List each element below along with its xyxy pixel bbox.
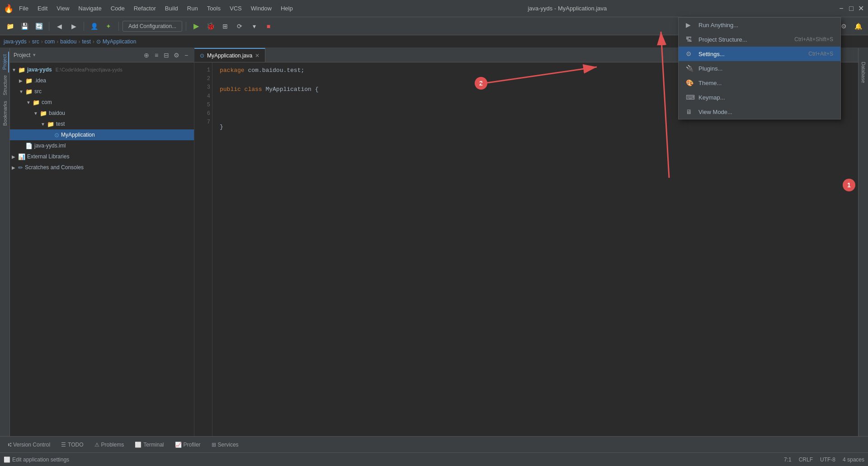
cursor-position[interactable]: 7:1 [784, 456, 792, 463]
tree-item-test[interactable]: ▼ 📁 test [10, 119, 194, 129]
filter-button[interactable]: ⊟ [162, 51, 170, 59]
run-button[interactable]: ▶ [190, 20, 203, 33]
problems-label: Problems [101, 442, 124, 448]
version-control-tab[interactable]: ⑆ Version Control [4, 440, 55, 450]
tree-folder-icon-src: 📁 [25, 88, 33, 95]
project-tree: ▼ 📁 java-yyds E:\Code\IdeaProject\java-y… [10, 62, 194, 436]
new-element-button[interactable]: ⊕ [142, 51, 151, 59]
menu-view[interactable]: View [53, 3, 73, 14]
minimize-button[interactable]: − [838, 5, 844, 12]
breadcrumb-com[interactable]: com [45, 38, 55, 45]
dropdown-plugins[interactable]: 🔌 Plugins... [679, 61, 840, 76]
todo-tab[interactable]: ☰ TODO [57, 440, 88, 450]
sync-button[interactable]: 🔄 [33, 20, 45, 33]
menu-edit[interactable]: Edit [34, 3, 51, 14]
notifications-button[interactable]: 🔔 [852, 20, 864, 33]
menu-tools[interactable]: Tools [203, 3, 224, 14]
status-edit-settings[interactable]: Edit application settings [12, 456, 69, 463]
menu-vcs[interactable]: VCS [226, 3, 245, 14]
project-panel-dropdown[interactable]: ▾ [33, 52, 36, 58]
breadcrumb-sep-2: › [41, 38, 43, 45]
menu-build[interactable]: Build [161, 3, 182, 14]
dropdown-keymap[interactable]: ⌨ Keymap... [679, 90, 840, 105]
tree-item-idea[interactable]: ▶ 📁 .idea [10, 75, 194, 86]
project-panel-actions: ⊕ ≡ ⊟ ⚙ − [142, 51, 190, 59]
services-tab[interactable]: ⊞ Services [207, 440, 243, 450]
status-bar-right: 7:1 CRLF UTF-8 4 spaces [784, 456, 864, 463]
tree-arrow-test: ▼ [41, 122, 45, 127]
dropdown-theme[interactable]: 🎨 Theme... [679, 76, 840, 90]
stop-button[interactable]: ■ [262, 20, 275, 33]
collapse-panel-button[interactable]: − [182, 51, 190, 59]
menu-refactor[interactable]: Refactor [130, 3, 160, 14]
menu-navigate[interactable]: Navigate [75, 3, 105, 14]
bookmarks-tab[interactable]: Bookmarks [1, 98, 9, 128]
project-panel: Project ▾ ⊕ ≡ ⊟ ⚙ − ▼ 📁 java-yyds E:\Cod… [10, 48, 194, 436]
tree-label-idea: .idea [34, 77, 46, 84]
viewmode-icon: 🖥 [686, 108, 694, 115]
menu-window[interactable]: Window [247, 3, 275, 14]
panel-settings-button[interactable]: ⚙ [172, 51, 180, 59]
breadcrumb-yyds[interactable]: java-yyds [4, 38, 27, 45]
add-configuration-button[interactable]: Add Configuration... [123, 21, 182, 32]
tree-item-scratches[interactable]: ▶ ✏ Scratches and Consoles [10, 162, 194, 173]
tree-item-baidou[interactable]: ▼ 📁 baidou [10, 108, 194, 119]
line-ending[interactable]: CRLF [799, 456, 813, 463]
breadcrumb-myapp[interactable]: ⊙ [96, 38, 101, 45]
tree-item-myapp[interactable]: ⊙ MyApplication [10, 129, 194, 140]
align-tree-button[interactable]: ≡ [152, 51, 160, 59]
breadcrumb-test[interactable]: test [82, 38, 90, 45]
dropdown-viewmode-left: 🖥 View Mode... [686, 108, 732, 115]
dropdown-viewmode[interactable]: 🖥 View Mode... [679, 105, 840, 119]
problems-tab[interactable]: ⚠ Problems [90, 440, 129, 450]
tree-item-com[interactable]: ▼ 📁 com [10, 97, 194, 108]
breadcrumb-sep-1: › [28, 38, 30, 45]
run-dropdown[interactable]: ▾ [248, 20, 260, 33]
breadcrumb-src[interactable]: src [32, 38, 39, 45]
tree-item-extlibs[interactable]: ▶ 📊 External Libraries [10, 151, 194, 162]
project-tab[interactable]: Project [1, 52, 9, 72]
dropdown-plugins-label: Plugins... [698, 65, 722, 72]
git-branch-button[interactable]: ✦ [102, 20, 115, 33]
dropdown-viewmode-label: View Mode... [698, 109, 732, 115]
breadcrumb-myapp-label[interactable]: MyApplication [103, 38, 137, 45]
breadcrumb-baidou[interactable]: baidou [60, 38, 76, 45]
tree-folder-icon-root: 📁 [18, 67, 25, 73]
menu-run[interactable]: Run [184, 3, 202, 14]
tree-item-iml[interactable]: 📄 java-yyds.iml [10, 140, 194, 151]
menu-code[interactable]: Code [107, 3, 128, 14]
dropdown-settings[interactable]: ⚙ Settings... Ctrl+Alt+S [679, 47, 840, 61]
tree-item-root[interactable]: ▼ 📁 java-yyds E:\Code\IdeaProject\java-y… [10, 64, 194, 75]
menu-file[interactable]: File [15, 3, 32, 14]
profile-button[interactable]: ⟳ [233, 20, 246, 33]
database-tab[interactable]: Database [857, 60, 868, 84]
dropdown-project-structure-shortcut: Ctrl+Alt+Shift+S [794, 36, 833, 43]
editor-tab-myapp[interactable]: ⊙ MyApplication.java ✕ [194, 48, 265, 62]
tab-close-myapp[interactable]: ✕ [255, 52, 259, 59]
tree-item-src[interactable]: ▼ 📁 src [10, 86, 194, 97]
status-warning-icon: ⬜ [4, 456, 10, 463]
maximize-button[interactable]: □ [848, 5, 854, 12]
terminal-tab[interactable]: ⬜ Terminal [130, 440, 168, 450]
user-button[interactable]: 👤 [88, 20, 100, 33]
dropdown-project-structure[interactable]: 🏗 Project Structure... Ctrl+Alt+Shift+S [679, 32, 840, 47]
tree-label-com: com [42, 99, 52, 105]
open-folder-button[interactable]: 📁 [4, 20, 16, 33]
indent-size[interactable]: 4 spaces [843, 456, 864, 463]
tree-folder-icon-test: 📁 [47, 121, 54, 128]
debug-button[interactable]: 🐞 [204, 20, 217, 33]
close-button[interactable]: ✕ [858, 5, 864, 12]
menu-help[interactable]: Help [277, 3, 297, 14]
coverage-button[interactable]: ⊞ [219, 20, 231, 33]
back-button[interactable]: ◀ [53, 20, 66, 33]
encoding[interactable]: UTF-8 [820, 456, 835, 463]
structure-tab[interactable]: Structure [1, 72, 9, 98]
project-panel-title-area: Project ▾ [14, 52, 36, 58]
line-num-3: 3 [196, 83, 210, 92]
forward-button[interactable]: ▶ [67, 20, 80, 33]
tab-label-myapp: MyApplication.java [207, 52, 252, 59]
window-controls: − □ ✕ [838, 5, 864, 12]
profiler-tab[interactable]: 📈 Profiler [170, 440, 205, 450]
dropdown-run-anything[interactable]: ▶ Run Anything... [679, 18, 840, 32]
save-button[interactable]: 💾 [18, 20, 31, 33]
